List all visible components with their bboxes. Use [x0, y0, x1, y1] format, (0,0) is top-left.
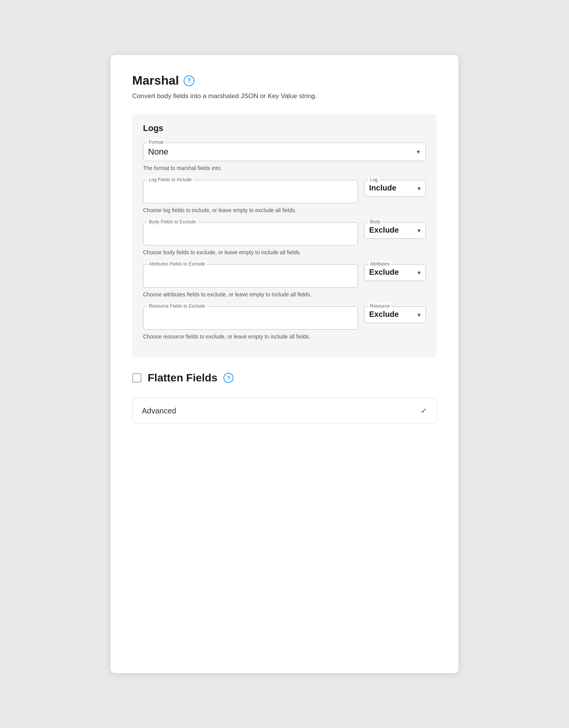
page-title: Marshal	[132, 73, 179, 88]
attributes-fields-row: Attributes Fields to Exclude Attributes …	[143, 264, 426, 287]
attributes-side-select[interactable]: Attributes Exclude ▼	[364, 264, 426, 281]
format-label: Format	[147, 139, 165, 145]
body-fields-group: Body Fields to Exclude Body Exclude ▼ Ch…	[143, 222, 426, 257]
attributes-side-chevron-icon: ▼	[416, 270, 422, 276]
body-fields-side: Body Exclude ▼	[364, 222, 426, 239]
resource-fields-row: Resource Fields to Exclude Resource Excl…	[143, 306, 426, 330]
help-icon[interactable]: ?	[184, 75, 194, 86]
log-fields-hint: Choose log fields to include, or leave e…	[143, 206, 426, 214]
resource-fields-input-wrapper: Resource Fields to Exclude	[143, 306, 358, 330]
log-fields-main: Log Fields to Include	[143, 180, 358, 203]
attributes-side-label: Attributes	[368, 261, 391, 267]
flatten-title: Flatten Fields	[148, 372, 217, 384]
advanced-chevron-icon: ✓	[421, 406, 427, 415]
resource-side-value: Exclude	[369, 310, 399, 318]
format-field-group: Format None ▼ The format to marshal fiel…	[143, 143, 426, 172]
resource-side-chevron-icon: ▼	[416, 312, 422, 318]
logs-section: Logs Format None ▼ The format to marshal…	[132, 114, 437, 358]
body-fields-row: Body Fields to Exclude Body Exclude ▼	[143, 222, 426, 245]
body-side-select[interactable]: Body Exclude ▼	[364, 222, 426, 239]
resource-side-select[interactable]: Resource Exclude ▼	[364, 306, 426, 323]
log-side-label: Log	[368, 177, 379, 182]
body-fields-input[interactable]	[148, 226, 353, 240]
resource-fields-side: Resource Exclude ▼	[364, 306, 426, 323]
attributes-fields-input[interactable]	[148, 268, 353, 282]
title-row: Marshal ?	[132, 73, 437, 88]
resource-fields-main: Resource Fields to Exclude	[143, 306, 358, 330]
log-fields-input-wrapper: Log Fields to Include	[143, 180, 358, 203]
attributes-side-value: Exclude	[369, 268, 399, 276]
log-fields-side: Log Include ▼	[364, 180, 426, 197]
body-fields-input-wrapper: Body Fields to Exclude	[143, 222, 358, 245]
format-hint: The format to marshal fields into.	[143, 164, 426, 172]
format-select[interactable]: Format None ▼	[143, 143, 426, 161]
log-side-value: Include	[369, 184, 396, 192]
log-side-chevron-icon: ▼	[416, 185, 422, 192]
attributes-fields-hint: Choose attributes fields to exclude, or …	[143, 291, 426, 299]
body-fields-hint: Choose body fields to exclude, or leave …	[143, 248, 426, 257]
flatten-checkbox[interactable]	[132, 373, 141, 383]
format-chevron-icon: ▼	[416, 149, 421, 155]
flatten-row: Flatten Fields ?	[132, 372, 437, 384]
resource-fields-hint: Choose resource fields to exclude, or le…	[143, 333, 426, 341]
attributes-fields-input-wrapper: Attributes Fields to Exclude	[143, 264, 358, 287]
advanced-section[interactable]: Advanced ✓	[132, 398, 437, 424]
flatten-help-icon[interactable]: ?	[223, 373, 233, 383]
main-card: Marshal ? Convert body fields into a mar…	[111, 55, 458, 673]
attributes-fields-group: Attributes Fields to Exclude Attributes …	[143, 264, 426, 299]
attributes-fields-label: Attributes Fields to Exclude	[147, 261, 206, 267]
resource-fields-label: Resource Fields to Exclude	[147, 303, 207, 309]
log-fields-group: Log Fields to Include Log Include ▼ Choo…	[143, 180, 426, 214]
advanced-label: Advanced	[142, 407, 176, 415]
body-side-chevron-icon: ▼	[416, 228, 422, 234]
body-side-value: Exclude	[369, 226, 399, 234]
resource-fields-group: Resource Fields to Exclude Resource Excl…	[143, 306, 426, 341]
attributes-fields-main: Attributes Fields to Exclude	[143, 264, 358, 287]
log-fields-label: Log Fields to Include	[147, 177, 193, 182]
attributes-fields-side: Attributes Exclude ▼	[364, 264, 426, 281]
logs-section-title: Logs	[143, 123, 426, 133]
log-fields-row: Log Fields to Include Log Include ▼	[143, 180, 426, 203]
format-value: None	[148, 147, 169, 156]
body-side-label: Body	[368, 219, 382, 225]
body-fields-label: Body Fields to Exclude	[147, 219, 198, 225]
body-fields-main: Body Fields to Exclude	[143, 222, 358, 245]
log-side-select[interactable]: Log Include ▼	[364, 180, 426, 197]
resource-side-label: Resource	[368, 303, 391, 309]
resource-fields-input[interactable]	[148, 310, 353, 324]
page-subtitle: Convert body fields into a marshaled JSO…	[132, 92, 437, 100]
log-fields-input[interactable]	[148, 184, 353, 197]
